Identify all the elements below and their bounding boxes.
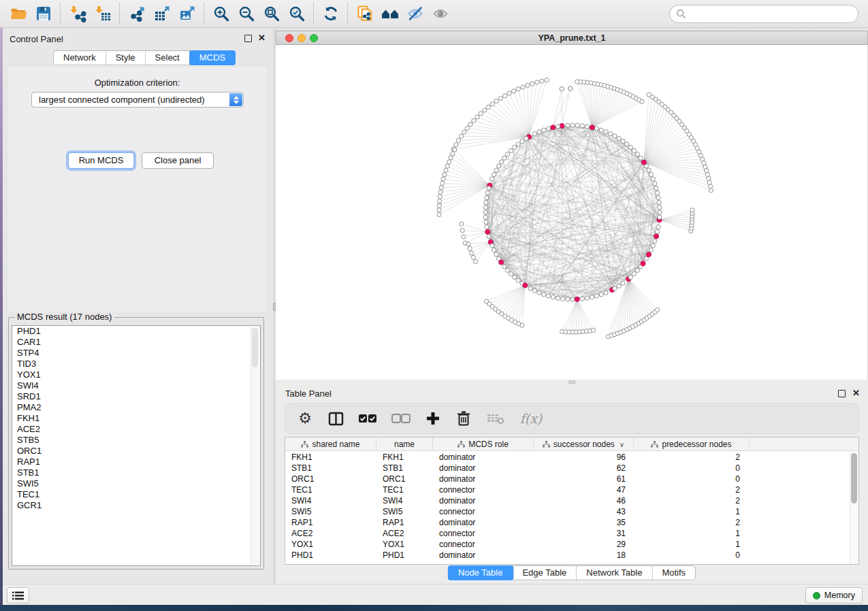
network-window-titlebar[interactable]: YPA_prune.txt_1 xyxy=(276,31,868,45)
mcds-result-list[interactable]: PHD1CAR1STP4TID3YOX1SWI4SRD1PMA2FKH1ACE2… xyxy=(12,325,261,566)
graph-node[interactable] xyxy=(575,297,579,301)
graph-node[interactable] xyxy=(449,156,453,160)
graph-node[interactable] xyxy=(632,271,636,276)
graph-node[interactable] xyxy=(438,195,442,199)
graph-node[interactable] xyxy=(707,176,711,180)
table-scrollbar[interactable] xyxy=(850,452,858,564)
graph-node[interactable] xyxy=(528,286,532,291)
graph-node[interactable] xyxy=(542,293,546,297)
graph-node[interactable] xyxy=(621,281,625,285)
graph-node[interactable] xyxy=(497,164,501,168)
graph-node[interactable] xyxy=(484,201,488,205)
graph-node[interactable] xyxy=(580,297,584,301)
column-header-successor-nodes[interactable]: successor nodes∨ xyxy=(534,437,634,451)
graph-node[interactable] xyxy=(456,138,460,142)
graph-node[interactable] xyxy=(465,126,469,130)
function-builder-button[interactable]: f(x) xyxy=(519,409,543,428)
graph-node[interactable] xyxy=(570,297,575,301)
tab-network-table[interactable]: Network Table xyxy=(577,566,652,580)
column-header-predecessor-nodes[interactable]: predecessor nodes xyxy=(634,437,750,451)
zoom-in-button[interactable] xyxy=(208,3,234,24)
graph-node[interactable] xyxy=(613,286,617,291)
graph-node[interactable] xyxy=(532,288,536,293)
graph-node[interactable] xyxy=(608,132,612,136)
graph-node[interactable] xyxy=(443,173,447,177)
graph-node[interactable] xyxy=(471,255,475,259)
graph-node[interactable] xyxy=(708,184,712,188)
graph-node[interactable] xyxy=(462,130,466,134)
graph-node[interactable] xyxy=(556,296,560,300)
graph-node[interactable] xyxy=(628,275,632,279)
table-row[interactable]: SWI5SWI5connector431 xyxy=(285,506,850,517)
graph-node[interactable] xyxy=(459,134,463,138)
mcds-result-item[interactable]: PHD1 xyxy=(12,326,260,337)
graph-node[interactable] xyxy=(468,246,472,250)
graph-node[interactable] xyxy=(599,128,603,132)
delete-table-button[interactable] xyxy=(485,409,506,428)
graph-node[interactable] xyxy=(657,201,661,205)
open-file-button[interactable] xyxy=(5,3,31,24)
graph-node[interactable] xyxy=(590,125,594,130)
graph-node[interactable] xyxy=(516,87,520,91)
graph-node[interactable] xyxy=(520,323,524,327)
zoom-fit-button[interactable] xyxy=(259,3,284,24)
graph-node[interactable] xyxy=(575,80,579,84)
graph-node[interactable] xyxy=(617,137,621,141)
delete-columns-button[interactable] xyxy=(455,409,472,428)
graph-node[interactable] xyxy=(503,94,507,98)
graph-node[interactable] xyxy=(494,99,498,103)
graph-node[interactable] xyxy=(647,93,651,97)
graph-node[interactable] xyxy=(511,89,515,93)
table-row[interactable]: YOX1YOX1connector291 xyxy=(285,539,850,550)
graph-node[interactable] xyxy=(542,128,546,132)
graph-node[interactable] xyxy=(490,177,494,181)
tab-mcds[interactable]: MCDS xyxy=(189,50,236,65)
graph-node[interactable] xyxy=(490,102,494,106)
show-all-button[interactable] xyxy=(428,3,453,24)
mcds-result-item[interactable]: YOX1 xyxy=(12,369,260,380)
mcds-result-item[interactable]: SWI4 xyxy=(12,380,260,391)
graph-node[interactable] xyxy=(585,125,589,129)
zoom-out-button[interactable] xyxy=(234,3,259,24)
zoom-selected-button[interactable] xyxy=(284,3,309,24)
graph-node[interactable] xyxy=(621,139,625,144)
graph-node[interactable] xyxy=(656,229,660,233)
table-row[interactable]: ACE2ACE2connector311 xyxy=(285,528,850,539)
graph-node[interactable] xyxy=(591,328,595,332)
graph-node[interactable] xyxy=(483,210,487,214)
close-panel-button[interactable]: Close panel xyxy=(142,152,214,169)
mcds-result-item[interactable]: TEC1 xyxy=(12,489,260,500)
table-mode-gear-button[interactable]: ⚙ xyxy=(296,409,314,428)
mcds-result-item[interactable]: STB5 xyxy=(12,435,260,446)
graph-node[interactable] xyxy=(505,152,509,156)
import-network-button[interactable] xyxy=(65,3,90,24)
mcds-result-item[interactable]: CAR1 xyxy=(12,337,260,348)
graph-node[interactable] xyxy=(656,191,660,195)
graph-node[interactable] xyxy=(530,82,534,86)
graph-node[interactable] xyxy=(628,145,632,149)
graph-node[interactable] xyxy=(658,205,662,210)
graph-node[interactable] xyxy=(590,295,594,299)
graph-node[interactable] xyxy=(475,115,479,119)
graph-node[interactable] xyxy=(513,145,517,149)
graph-node[interactable] xyxy=(526,83,530,87)
graph-node[interactable] xyxy=(658,210,662,214)
graph-node[interactable] xyxy=(654,234,659,239)
graph-node[interactable] xyxy=(487,234,491,238)
graph-node[interactable] xyxy=(625,142,629,146)
memory-button[interactable]: Memory xyxy=(805,587,863,604)
graph-node[interactable] xyxy=(537,291,541,295)
mcds-result-item[interactable]: STB1 xyxy=(12,467,260,478)
export-table-button[interactable] xyxy=(149,3,174,24)
graph-node[interactable] xyxy=(516,278,520,282)
graph-node[interactable] xyxy=(444,168,448,172)
close-table-panel-icon[interactable]: ✕ xyxy=(852,388,860,398)
graph-node[interactable] xyxy=(646,252,651,257)
graph-node[interactable] xyxy=(479,112,483,116)
graph-node[interactable] xyxy=(551,125,556,130)
float-panel-icon[interactable] xyxy=(244,35,252,42)
mcds-result-item[interactable]: SWI5 xyxy=(12,478,260,489)
graph-node[interactable] xyxy=(635,152,639,156)
graph-node[interactable] xyxy=(460,222,464,226)
graph-node[interactable] xyxy=(513,275,517,279)
